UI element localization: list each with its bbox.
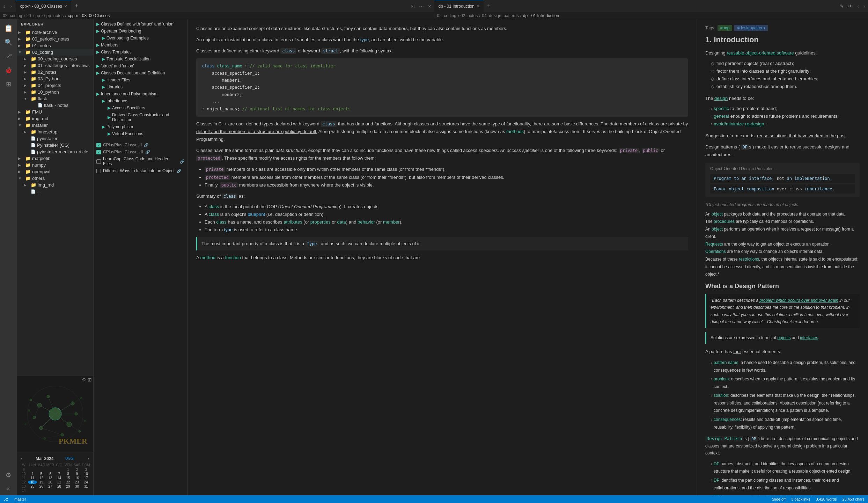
split-icon[interactable]: ⊡ xyxy=(409,3,416,10)
tree-item-installer[interactable]: ▼ 📁 installer xyxy=(17,122,93,129)
toc-item-header-files[interactable]: ▶ Header Files xyxy=(94,76,187,83)
checkbox-different-ways[interactable]: Different Ways to Instantiate an Object … xyxy=(94,167,187,174)
list-item: › DP identifies the participating classe… xyxy=(711,477,860,492)
toc-item-template-spec[interactable]: ▶ Template Specialization xyxy=(94,56,187,63)
nav-back-icon[interactable]: ‹ xyxy=(1,2,7,11)
toc-item-overloading-examples[interactable]: ▶ Overloading Examples xyxy=(94,35,187,42)
activity-search-icon[interactable]: 🔍 xyxy=(2,36,15,49)
tree-item-00-periodic[interactable]: ▶ 📁 00_periodic_notes xyxy=(17,36,93,42)
tree-item-04-projects[interactable]: ▶ 📁 04_projects xyxy=(17,82,93,89)
para-defined: Classes are defined using either keyword… xyxy=(196,47,688,55)
right-nav-forward-icon[interactable]: › xyxy=(862,2,867,10)
left-tab-bar: ‹ › cpp-n - 08_00 Classes × + ⊡ ⋯ × xyxy=(0,0,434,12)
toc-item-operator-overloading[interactable]: ▶ Operator Overloading xyxy=(94,28,187,35)
checkbox-learncpp[interactable]: LearnCpp: Class Code and Header Files 🔗 xyxy=(94,155,187,167)
activity-files-icon[interactable]: 📋 xyxy=(2,22,15,35)
left-tab-add[interactable]: + xyxy=(71,2,82,10)
toc-item-virtual-functions[interactable]: ▶ Virtual Functions xyxy=(94,130,187,137)
tree-item-pyinstaller-medium[interactable]: 📄 pyinstaller medium article xyxy=(17,148,93,155)
toc-item-derived-class[interactable]: ▶ Derived Class Constructor and Destruct… xyxy=(94,111,187,123)
tree-item-02-notes[interactable]: ▶ 📁 02_notes xyxy=(17,69,93,75)
tree-item-10-python[interactable]: ▶ 📁 10_python xyxy=(17,89,93,95)
more-icon[interactable]: ⋯ xyxy=(418,3,425,10)
left-tab-close[interactable]: × xyxy=(64,3,67,9)
tree-item-00-coding-courses[interactable]: ▶ 📁 00_coding_courses xyxy=(17,56,93,62)
tree-item-matplotlib[interactable]: ▶ 📁 matplotib xyxy=(17,155,93,162)
edit-icon[interactable]: ✎ xyxy=(838,3,845,10)
left-tab-label: cpp-n - 08_00 Classes xyxy=(20,4,62,9)
checkbox-cplusplus1[interactable]: ✓ CPlusPlus: Classes I 🔗 xyxy=(94,141,187,148)
activity-settings-icon[interactable]: ⚙ xyxy=(2,469,15,481)
tag-designpattern[interactable]: #designpattern xyxy=(734,25,767,31)
tree-item-img-md2[interactable]: ▶ 📁 img_md xyxy=(17,182,93,188)
git-branch[interactable]: master xyxy=(14,497,26,501)
tree-item-others[interactable]: ▼ 📁 others xyxy=(17,175,93,182)
close-editor-icon[interactable]: × xyxy=(427,3,432,10)
status-backlinks[interactable]: 3 backlinks xyxy=(791,497,810,501)
left-tab-active[interactable]: cpp-n - 08_00 Classes × xyxy=(16,0,71,12)
tree-item-01-challenges[interactable]: ▶ 📁 01_challenges_interviews xyxy=(17,62,93,69)
sidebar-title: EXPLORER xyxy=(17,19,93,29)
cal-next-icon[interactable]: › xyxy=(86,455,90,462)
right-tab-active[interactable]: dp - 01 Introduction × xyxy=(434,0,484,12)
cal-prev-icon[interactable]: ‹ xyxy=(20,455,24,462)
checkbox-cplusplus2[interactable]: ✓ CPlusPlus: Classes II 🔗 xyxy=(94,148,187,155)
left-breadcrumb: 02_coding › 20_cpp › cpp_notes › cpp-n -… xyxy=(0,13,434,19)
calendar-today-label[interactable]: OGGI xyxy=(65,457,74,460)
svg-line-28 xyxy=(25,417,34,424)
activity-git-icon[interactable]: ⎇ xyxy=(2,50,15,63)
tree-item-01-notes[interactable]: ▶ 📁 01_notes xyxy=(17,42,93,49)
svg-line-21 xyxy=(41,428,62,435)
toc-panel: ▶ Classes Defined with 'struct' and 'uni… xyxy=(94,19,188,495)
tree-item-03-python[interactable]: ▶ 📁 03_Python xyxy=(17,75,93,82)
tree-item-note-archive[interactable]: ▶ 📁 note-archive xyxy=(17,29,93,36)
nav-forward-icon[interactable]: › xyxy=(8,2,14,11)
right-nav-back-icon[interactable]: ‹ xyxy=(856,2,860,10)
tree-item-openpyxl[interactable]: ▶ 📁 openpyxl xyxy=(17,168,93,175)
tree-item-dots[interactable]: 📄 ... xyxy=(17,188,93,195)
toc-item-classes-struct[interactable]: ▶ Classes Defined with 'struct' and 'uni… xyxy=(94,21,187,28)
tree-item-pyinstaller-gg[interactable]: 📄 PyInstaller (GG) xyxy=(17,142,93,148)
toc-item-libraries[interactable]: ▶ Libraries xyxy=(94,83,187,90)
tree-item-flask-notes[interactable]: 📄 flask - notes xyxy=(17,102,93,109)
tree-item-pyinstaller[interactable]: 📄 pyinstaller xyxy=(17,135,93,142)
activity-extra-icon[interactable]: × xyxy=(2,483,15,495)
list-item: › problem: describes when to apply the p… xyxy=(711,376,860,391)
tree-item-innosetup[interactable]: ▶ 📁 innosetup xyxy=(17,129,93,135)
svg-line-27 xyxy=(29,410,34,417)
tree-item-flask[interactable]: ▼ 📁 flask xyxy=(17,95,93,102)
para-method: A method is a function that belongs to a… xyxy=(196,254,688,262)
activity-extensions-icon[interactable]: ⊞ xyxy=(2,78,15,90)
solutions-block: Solutions are expressed in terms of obje… xyxy=(705,332,860,343)
toc-item-classes-decl[interactable]: ▶ Classes Declaration and Definition xyxy=(94,70,187,76)
graph-settings-icon[interactable]: ⚙ xyxy=(82,377,86,382)
tree-item-img-md[interactable]: ▶ 📁 img_md xyxy=(17,115,93,122)
graph-expand-icon[interactable]: ⊞ xyxy=(88,377,92,382)
right-tab-close[interactable]: × xyxy=(477,3,479,9)
svg-line-20 xyxy=(69,424,80,431)
tree-item-02-coding[interactable]: ▼ 📁 02_coding xyxy=(17,49,93,56)
suggestion-text: Suggestion from experts: reuse solutions… xyxy=(705,132,860,140)
toc-item-access-specifiers[interactable]: ▶ Access Specifiers xyxy=(94,104,187,111)
toc-item-inheritance[interactable]: ▶ Inheritance xyxy=(94,97,187,104)
oop-details: An object packages both data and the pro… xyxy=(705,211,860,278)
tag-oop[interactable]: #oop xyxy=(718,25,733,31)
activity-debug-icon[interactable]: 🐞 xyxy=(2,64,15,76)
guidelines-list: ◇ find pertinent objects (real or abstra… xyxy=(711,60,860,90)
toc-item-inheritance-poly[interactable]: ▶ Inheritance and Polymorphism xyxy=(94,90,187,97)
list-item: A class is the focal point of the OOP (O… xyxy=(205,203,688,211)
toc-item-class-templates[interactable]: ▶ Class Templates xyxy=(94,49,187,56)
calendar: ‹ Mar 2024 OGGI › W LUN MAR MER GIO VEN … xyxy=(17,452,93,495)
list-item: private members of a class are accessibl… xyxy=(205,166,688,173)
tree-item-numpy[interactable]: ▶ 📁 numpy xyxy=(17,162,93,168)
toc-item-polymorphism[interactable]: ▶ Polymorphism xyxy=(94,123,187,130)
right-editor: Tags: #oop #designpattern 1. Introductio… xyxy=(697,19,868,495)
toc-item-struct-union[interactable]: ▶ 'struct' and 'union' xyxy=(94,63,187,70)
svg-line-29 xyxy=(73,398,81,403)
right-tab-add[interactable]: + xyxy=(484,2,494,10)
toc-item-members[interactable]: ▶ Members xyxy=(94,42,187,49)
preview-icon[interactable]: 👁 xyxy=(847,3,854,10)
access-list: private members of a class are accessibl… xyxy=(205,166,688,189)
tree-item-FMU[interactable]: ▶ 📁 FMU xyxy=(17,109,93,115)
list-item: › solution: describes the elements that … xyxy=(711,392,860,415)
